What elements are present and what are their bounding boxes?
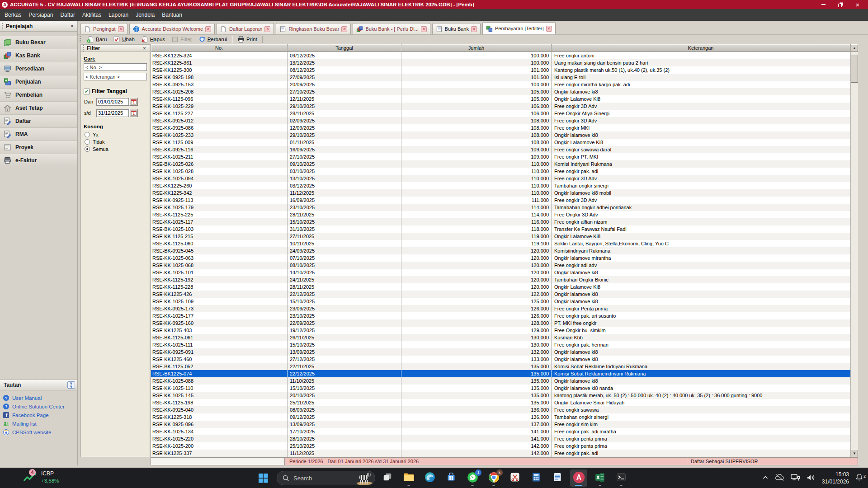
link-online-solution-center[interactable]: ?Online Solution Center bbox=[3, 402, 77, 411]
table-row[interactable]: RSE-KK-1025-14520/10/2025135.000kantong … bbox=[151, 392, 850, 399]
sidebar-item-aset-tetap[interactable]: Aset Tetap bbox=[0, 102, 77, 115]
link-mailing-list[interactable]: Mailing list bbox=[3, 419, 77, 428]
tautan-header[interactable]: Tautan ∨∨ bbox=[0, 380, 77, 390]
table-row[interactable]: RSE-KK-1125-22828/11/2025120.000Ongkir L… bbox=[151, 283, 850, 291]
tab-close-icon[interactable]: × bbox=[205, 26, 211, 32]
table-row[interactable]: RSE-KK-1025-11115/10/2025130.000Free ong… bbox=[151, 341, 850, 348]
radio-semua[interactable] bbox=[85, 146, 90, 152]
sidebar-item-pembelian[interactable]: Pembelian bbox=[0, 89, 77, 102]
task-view-icon[interactable] bbox=[379, 469, 396, 487]
table-row[interactable]: RSE-KK1225-40319/12/2025129.000Free Ongk… bbox=[151, 327, 850, 334]
file-explorer-icon[interactable] bbox=[400, 469, 417, 487]
menu-item-persiapan[interactable]: Persiapan bbox=[25, 9, 57, 21]
link-user-manual[interactable]: ?User Manual bbox=[3, 394, 77, 402]
table-row[interactable]: RSE-KK-1025-17923/10/2025114.000Tamabaha… bbox=[151, 204, 850, 211]
onedrive-paused-icon[interactable] bbox=[774, 474, 784, 483]
search-no-input[interactable] bbox=[84, 63, 147, 71]
tab-daftar-laporan[interactable]: Daftar Laporan× bbox=[217, 23, 274, 34]
table-row[interactable]: RSE-KK-0925-19827/09/2025101.500Isi ulan… bbox=[151, 74, 850, 81]
tab-close-icon[interactable]: × bbox=[118, 26, 124, 32]
table-row[interactable]: RSE-KK-1025-21127/10/2025109.000Free ong… bbox=[151, 153, 850, 160]
notepad-icon[interactable] bbox=[549, 469, 566, 487]
table-row[interactable]: RSE-KK-1025-17723/10/2025126.000Free ong… bbox=[151, 312, 850, 319]
sidebar-item-rma[interactable]: RMA bbox=[0, 128, 77, 141]
chrome-icon[interactable]: k bbox=[485, 469, 502, 487]
vertical-scrollbar[interactable]: ▲ ▼ bbox=[850, 44, 858, 457]
table-row[interactable]: RSE-KK-1025-09413/10/2025110.000Free ong… bbox=[151, 175, 850, 182]
filter-tanggal-checkbox[interactable]: ✓ bbox=[84, 89, 90, 94]
radio-option-ya[interactable]: Ya bbox=[85, 131, 150, 138]
table-row[interactable]: RSE-KK-0925-11316/09/2025111.000Free ong… bbox=[151, 197, 850, 204]
scrollbar-thumb[interactable] bbox=[851, 55, 858, 83]
perbarui-button[interactable]: Perbarui bbox=[195, 35, 230, 44]
tab-ringkasan-buku-besar[interactable]: Ringkasan Buku Besar× bbox=[276, 23, 351, 34]
sidebar-close-icon[interactable]: × bbox=[67, 23, 77, 29]
tab-accurate-desktop-welcome[interactable]: Accurate Desktop Welcome× bbox=[129, 23, 215, 34]
table-row[interactable]: RSE-KK-1025-11715/10/2025116.000Free ong… bbox=[151, 218, 850, 225]
close-button[interactable]: × bbox=[854, 1, 861, 8]
table-row[interactable]: RSE-KK-1125-06010/11/2025119.100Soklin L… bbox=[151, 240, 850, 247]
network-icon[interactable] bbox=[790, 474, 800, 483]
table-row[interactable]: RSE-KK-1125-00901/11/2025108.000Ongkir L… bbox=[151, 139, 850, 146]
table-row[interactable]: RSE-KK-1125-19224/11/2025120.000Tambahan… bbox=[151, 276, 850, 283]
sidebar-item-penjualan[interactable]: Penjualan bbox=[0, 75, 77, 89]
column-header-tanggal[interactable]: Tanggal bbox=[288, 44, 401, 52]
tab-pengingat[interactable]: Pengingat× bbox=[80, 23, 127, 34]
tab-close-icon[interactable]: × bbox=[341, 26, 347, 32]
table-row[interactable]: RSE-BK1225-07422/12/2025135.000Komisi So… bbox=[151, 370, 850, 377]
table-row[interactable]: RSE-KK-1125-22728/11/2025106.000Free Ong… bbox=[151, 110, 850, 117]
table-row[interactable]: RSE-KK-0925-08612/09/2025108.000Free ong… bbox=[151, 124, 850, 131]
table-row[interactable]: RSE-BK-1025-10331/10/2025118.000Transfer… bbox=[151, 225, 850, 233]
table-row[interactable]: RSE-KK-1025-13417/10/2025141.000Free ong… bbox=[151, 428, 850, 435]
sidebar-item-e-faktur[interactable]: e-Faktur bbox=[0, 154, 77, 167]
notification-bell-icon[interactable]: 2 bbox=[855, 473, 863, 483]
start-button[interactable] bbox=[259, 474, 268, 485]
link-cpssoft-website[interactable]: eCPSSoft website bbox=[3, 428, 77, 436]
table-row[interactable]: RSE-KK-1025-22028/10/2025141.000Free ong… bbox=[151, 435, 850, 442]
table-row[interactable]: RSE-BK-1125-06126/11/2025130.000Kusman K… bbox=[151, 334, 850, 341]
menu-item-jendela[interactable]: Jendela bbox=[132, 9, 158, 21]
table-row[interactable]: RSE-KK-1025-02803/10/2025110.000Free ong… bbox=[151, 168, 850, 175]
calendar-button[interactable]: 1 bbox=[129, 98, 138, 106]
table-row[interactable]: RSE-KK1225-30008/12/2025101.000Kantong p… bbox=[151, 66, 850, 74]
table-row[interactable]: RSE-KK-1025-06808/10/2025120.000Free ong… bbox=[151, 262, 850, 269]
table-row[interactable]: RSE-KK-0925-15320/09/2025104.000Free ong… bbox=[151, 81, 850, 88]
tab-buku-bank-perlu-di-[interactable]: Buku Bank - [ Perlu Di...× bbox=[353, 23, 430, 34]
tab-close-icon[interactable]: × bbox=[471, 26, 477, 32]
minimize-button[interactable] bbox=[820, 1, 826, 8]
table-row[interactable]: RSE-KK1225-31809/12/2025136.000Tambahan … bbox=[151, 413, 850, 421]
table-row[interactable]: RSE-KK1225-36113/12/2025100.000Uang maka… bbox=[151, 59, 850, 66]
menu-item-bantuan[interactable]: Bantuan bbox=[158, 9, 186, 21]
sidebar-item-persediaan[interactable]: Persediaan bbox=[0, 62, 77, 75]
table-row[interactable]: RSE-KK-1125-22528/11/2025114.000Free Ong… bbox=[151, 211, 850, 218]
table-row[interactable]: RSE-KK-0925-16022/09/2025128.000PT. MKI … bbox=[151, 319, 850, 327]
hapus-button[interactable]: Hapus bbox=[138, 35, 168, 44]
sidebar-item-kas-bank[interactable]: Kas Bank bbox=[0, 49, 77, 62]
stock-widget[interactable]: 4 ICBP +3,58% bbox=[23, 470, 59, 484]
column-header-jumlah[interactable]: Jumlah bbox=[401, 44, 552, 52]
table-row[interactable]: RSE-BK-1025-02609/10/2025110.000Komisi I… bbox=[151, 160, 850, 168]
calendar-button[interactable]: 1 bbox=[129, 109, 138, 117]
table-row[interactable]: RSE-KK1225-46027/12/2025133.000Ongkir la… bbox=[151, 356, 850, 363]
calculator-icon[interactable] bbox=[528, 469, 545, 487]
sidebar-item-daftar[interactable]: Daftar bbox=[0, 115, 77, 128]
table-row[interactable]: RSE-KK-1025-23329/10/2025108.000Ongkir l… bbox=[151, 131, 850, 139]
radio-ya[interactable] bbox=[85, 132, 90, 137]
table-row[interactable]: RSE-KK-0925-09613/09/2025137.000Free ong… bbox=[151, 421, 850, 428]
table-row[interactable]: RSE-KK1225-32409/12/2025100.000Free ongk… bbox=[151, 52, 850, 59]
table-row[interactable]: RSE-KK-0925-11616/09/2025109.000Free ong… bbox=[151, 146, 850, 153]
column-header-keterangan[interactable]: Keterangan bbox=[552, 44, 850, 52]
table-row[interactable]: RSE-KK-1125-19825/11/2025135.000Ongkir L… bbox=[151, 399, 850, 406]
terminal-icon[interactable] bbox=[613, 469, 630, 487]
date-from-input[interactable] bbox=[96, 98, 129, 106]
baru-button[interactable]: Baru bbox=[84, 35, 110, 44]
table-row[interactable]: RSE-KK-1025-20025/10/2025142.000Free ong… bbox=[151, 442, 850, 450]
menu-item-aktifitas[interactable]: Aktifitas bbox=[79, 9, 105, 21]
search-box[interactable]: Search bbox=[277, 471, 375, 485]
table-row[interactable]: RSE-KK-1025-08811/10/2025135.000Ongkir l… bbox=[151, 377, 850, 385]
table-row[interactable]: RSE-KK1225-26003/12/2025110.000Tambahan … bbox=[151, 182, 850, 189]
menu-item-daftar[interactable]: Daftar bbox=[57, 9, 79, 21]
table-row[interactable]: RSE-KK-1025-20827/10/2025105.000Ongkir l… bbox=[151, 88, 850, 95]
scroll-up-icon[interactable]: ▲ bbox=[851, 44, 858, 52]
table-row[interactable]: RSE-KK-1125-09612/11/2025105.000Ongkir L… bbox=[151, 95, 850, 103]
